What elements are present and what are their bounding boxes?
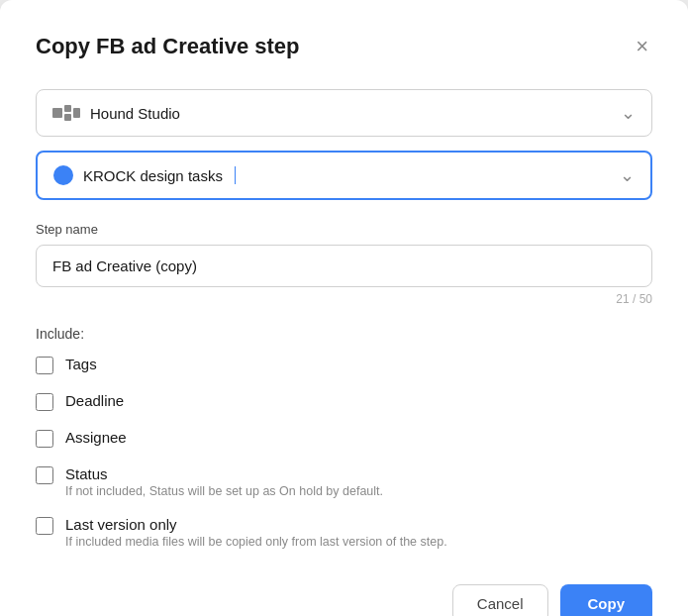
step-name-input[interactable] [36, 245, 652, 287]
text-cursor [235, 166, 237, 184]
deadline-text: Deadline [65, 392, 124, 409]
char-count: 21 / 50 [36, 292, 652, 306]
project-field-content: KROCK design tasks [53, 165, 620, 185]
checkbox-assignee: Assignee [36, 429, 652, 448]
svg-rect-1 [64, 105, 71, 112]
status-sublabel: If not included, Status will be set up a… [65, 484, 383, 498]
modal-title: Copy FB ad Creative step [36, 34, 300, 59]
project-chevron-icon: ⌄ [620, 164, 635, 186]
status-text: Status If not included, Status will be s… [65, 465, 383, 498]
last-version-checkbox[interactable] [36, 517, 53, 535]
checkbox-last-version: Last version only If included media file… [36, 516, 652, 549]
copy-button[interactable]: Copy [560, 584, 653, 616]
workspace-dropdown[interactable]: Hound Studio ⌄ [36, 89, 652, 137]
deadline-label: Deadline [65, 392, 124, 409]
include-label: Include: [36, 326, 652, 342]
project-color-dot [53, 165, 73, 185]
last-version-label: Last version only [65, 516, 447, 533]
assignee-label: Assignee [65, 429, 127, 446]
svg-rect-0 [52, 108, 62, 118]
modal-footer: Cancel Copy [36, 584, 652, 616]
copy-step-modal: Copy FB ad Creative step × Hound Studio … [0, 0, 688, 616]
last-version-sublabel: If included media files will be copied o… [65, 535, 447, 549]
svg-rect-2 [64, 114, 71, 121]
status-checkbox[interactable] [36, 466, 53, 484]
assignee-text: Assignee [65, 429, 127, 446]
checkbox-deadline: Deadline [36, 392, 652, 411]
tags-checkbox[interactable] [36, 357, 53, 374]
step-name-label: Step name [36, 222, 652, 237]
svg-rect-3 [73, 108, 80, 118]
workspace-icon [52, 104, 80, 122]
workspace-chevron-icon: ⌄ [621, 102, 636, 124]
checkbox-status: Status If not included, Status will be s… [36, 465, 652, 498]
deadline-checkbox[interactable] [36, 393, 53, 411]
project-label: KROCK design tasks [83, 167, 223, 184]
last-version-text: Last version only If included media file… [65, 516, 447, 549]
workspace-field-content: Hound Studio [52, 104, 621, 122]
include-section: Include: Tags Deadline Assignee [36, 326, 652, 549]
tags-label: Tags [65, 356, 97, 372]
workspace-label: Hound Studio [90, 105, 180, 122]
tags-text: Tags [65, 356, 97, 372]
step-name-group: Step name 21 / 50 [36, 222, 652, 306]
project-dropdown[interactable]: KROCK design tasks ⌄ [36, 151, 652, 200]
cancel-button[interactable]: Cancel [452, 584, 548, 616]
close-button[interactable]: × [632, 32, 652, 61]
modal-header: Copy FB ad Creative step × [36, 32, 652, 61]
checkbox-tags: Tags [36, 356, 652, 374]
assignee-checkbox[interactable] [36, 430, 53, 448]
status-label: Status [65, 465, 383, 482]
